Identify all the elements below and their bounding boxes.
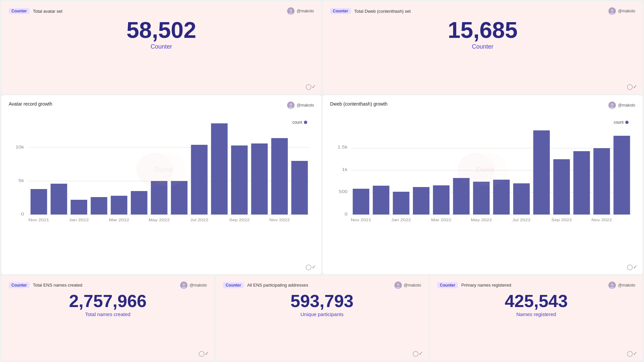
- svg-text:1k: 1k: [342, 167, 348, 172]
- svg-rect-56: [393, 192, 409, 215]
- svg-text:0: 0: [344, 212, 347, 217]
- svg-rect-23: [131, 191, 147, 215]
- card-title-3: Total ENS names created: [33, 283, 82, 288]
- svg-rect-20: [71, 200, 87, 215]
- svg-text:Nov 2021: Nov 2021: [351, 218, 371, 222]
- username-4: @makoto: [404, 283, 421, 288]
- check-icon-chart-2: ◯✓: [627, 264, 637, 270]
- svg-rect-30: [271, 138, 288, 215]
- counter-card-3: Counter Total ENS names created @makoto …: [1, 276, 214, 361]
- header-left-5: Counter Primary names registered: [437, 282, 511, 288]
- svg-rect-66: [593, 148, 610, 215]
- svg-rect-62: [513, 183, 530, 215]
- svg-text:Nov 2022: Nov 2022: [591, 218, 612, 222]
- svg-rect-27: [211, 123, 227, 215]
- svg-text:Nov 2022: Nov 2022: [269, 218, 290, 222]
- badge-3: Counter: [9, 282, 30, 288]
- header-left-4: Counter All ENS participating addresses: [223, 282, 308, 288]
- svg-rect-31: [291, 161, 308, 215]
- svg-point-80: [397, 283, 399, 286]
- svg-rect-32: [300, 213, 305, 215]
- svg-rect-65: [573, 151, 590, 215]
- badge-2: Counter: [330, 8, 351, 14]
- check-icon-chart-1: ◯✓: [306, 264, 316, 270]
- header-left-1: Counter Total avatar set: [9, 8, 62, 14]
- svg-rect-63: [533, 130, 550, 215]
- svg-rect-68: [622, 210, 628, 215]
- counter-label-4: Unique participants: [223, 311, 421, 317]
- header-left-3: Counter Total ENS names created: [9, 282, 82, 288]
- svg-rect-24: [151, 181, 167, 215]
- check-icon-3: ◯✓: [199, 350, 209, 357]
- svg-point-83: [611, 283, 613, 286]
- card-title-5: Primary names registered: [461, 283, 511, 288]
- svg-rect-26: [191, 145, 207, 215]
- counter-value-1: 58,502: [9, 17, 314, 43]
- svg-text:1.5k: 1.5k: [338, 145, 348, 149]
- counter-value-5: 425,543: [437, 292, 635, 311]
- chart-header-1: Avatar record growth @makoto: [9, 101, 314, 109]
- counter-value-2: 15,685: [330, 17, 635, 43]
- card-title-2: Total Dweb (contenthash) set: [354, 9, 411, 14]
- card-title-1: Total avatar set: [33, 9, 62, 14]
- header-left-2: Counter Total Dweb (contenthash) set: [330, 8, 411, 14]
- username-2: @makoto: [618, 9, 635, 13]
- chart-area-1: Dune count 0 5k 10k: [9, 110, 314, 231]
- user-info-5: @makoto: [608, 282, 635, 289]
- counter-card-5: Counter Primary names registered @makoto…: [430, 276, 643, 361]
- svg-rect-19: [51, 184, 67, 215]
- svg-text:Sep 2022: Sep 2022: [229, 218, 250, 222]
- legend-2: count: [614, 120, 629, 125]
- chart-user-1: @makoto: [287, 102, 314, 109]
- bar-chart-1: 0 5k 10k Nov 2021: [9, 110, 314, 231]
- svg-rect-18: [31, 189, 47, 215]
- check-icon-1: ◯✓: [306, 83, 316, 90]
- card-header-3: Counter Total ENS names created @makoto: [9, 282, 207, 289]
- svg-text:Jul 2022: Jul 2022: [513, 218, 531, 222]
- svg-rect-55: [373, 186, 389, 215]
- card-header-5: Counter Primary names registered @makoto: [437, 282, 635, 289]
- user-info-1: @makoto: [287, 7, 314, 15]
- chart-card-2: Dweb (contenthash) growth @makoto Dune c…: [323, 95, 643, 274]
- badge-4: Counter: [223, 282, 244, 288]
- user-info-4: @makoto: [394, 282, 421, 289]
- legend-dot-2: [625, 121, 629, 124]
- chart-avatar-1: [287, 102, 294, 109]
- card-header-2: Counter Total Dweb (contenthash) set @ma…: [330, 7, 635, 15]
- svg-text:May 2022: May 2022: [149, 218, 170, 222]
- svg-rect-61: [493, 180, 509, 215]
- counter-label-2: Counter: [330, 43, 635, 50]
- svg-rect-28: [231, 145, 248, 215]
- svg-text:Jul 2022: Jul 2022: [190, 218, 208, 222]
- chart-title-2: Dweb (contenthash) growth: [330, 101, 387, 107]
- chart-card-1: Avatar record growth @makoto Dune count: [1, 95, 321, 274]
- svg-rect-58: [433, 185, 449, 215]
- svg-rect-57: [413, 187, 429, 215]
- badge-5: Counter: [437, 282, 458, 288]
- legend-label-2: count: [614, 120, 624, 125]
- svg-text:Sep 2022: Sep 2022: [551, 218, 572, 222]
- svg-point-41: [611, 103, 613, 106]
- svg-text:5k: 5k: [18, 178, 24, 183]
- card-header-4: Counter All ENS participating addresses …: [223, 282, 421, 289]
- user-info-2: @makoto: [608, 7, 635, 15]
- avatar-2: [608, 7, 616, 15]
- svg-rect-67: [613, 136, 630, 215]
- counter-label-1: Counter: [9, 43, 314, 50]
- counter-label-3: Total names created: [9, 311, 207, 317]
- avatar-5: [608, 282, 616, 289]
- counter-value-3: 2,757,966: [9, 292, 207, 311]
- username-3: @makoto: [190, 283, 207, 288]
- svg-point-1: [289, 9, 292, 12]
- counter-label-5: Names registered: [437, 311, 635, 317]
- check-icon-5: ◯✓: [627, 350, 637, 357]
- counter-card-1: Counter Total avatar set @makoto 58,502 …: [1, 1, 321, 94]
- svg-text:0: 0: [21, 212, 24, 217]
- svg-text:Jan 2022: Jan 2022: [391, 218, 411, 222]
- chart-area-2: Dune count 0 500 1k 1.5k: [330, 110, 635, 231]
- check-icon-2: ◯✓: [627, 83, 637, 90]
- chart-username-2: @makoto: [618, 103, 635, 108]
- user-info-3: @makoto: [180, 282, 207, 289]
- chart-header-2: Dweb (contenthash) growth @makoto: [330, 101, 635, 109]
- badge-1: Counter: [9, 8, 30, 14]
